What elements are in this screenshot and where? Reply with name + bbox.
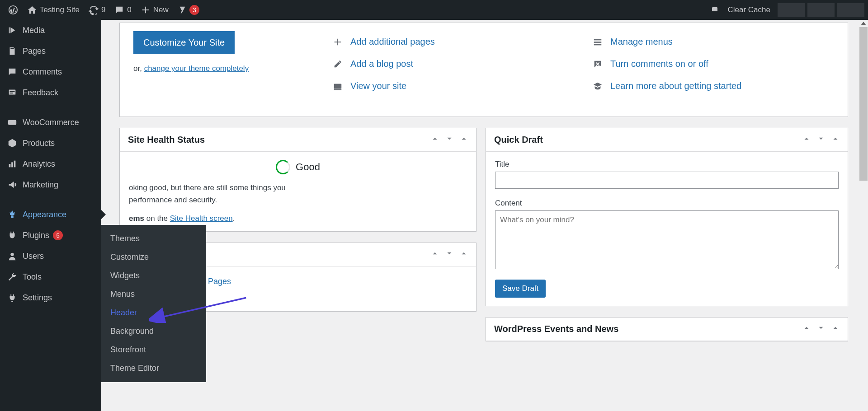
sidebar-item-media[interactable]: Media [0, 20, 101, 41]
welcome-link-menus[interactable]: Manage menus [592, 37, 834, 47]
sidebar-item-plugins[interactable]: Plugins5 [0, 225, 101, 246]
sidebar-item-appearance[interactable]: Appearance [0, 204, 101, 225]
site-health-header: Site Health Status [120, 128, 476, 152]
change-theme-link[interactable]: change your theme completely [144, 64, 249, 73]
sidebar-item-products[interactable]: Products [0, 133, 101, 154]
health-status: Good [129, 160, 467, 174]
products-icon [6, 138, 18, 148]
sidebar-item-pages[interactable]: Pages [0, 41, 101, 61]
yoast-link[interactable]: 3 [173, 0, 204, 20]
svg-rect-14 [594, 39, 602, 40]
toolbar-box-3[interactable] [837, 3, 864, 17]
welcome-panel: Customize Your Site or, change your them… [119, 23, 848, 117]
sidebar-label: Media [23, 26, 45, 35]
welcome-link-view-site[interactable]: View your site [332, 81, 574, 91]
menu-icon [592, 37, 603, 47]
new-content-link[interactable]: New [136, 0, 173, 20]
submenu-item-background[interactable]: Background [101, 322, 206, 341]
welcome-link-add-pages[interactable]: Add additional pages [332, 37, 574, 47]
submenu-item-header[interactable]: Header [101, 304, 206, 322]
sidebar-label: Feedback [23, 88, 58, 98]
toolbar-box-2[interactable] [807, 3, 835, 17]
health-ring-icon [276, 160, 290, 174]
comment-icon [114, 5, 124, 15]
updates-count: 9 [101, 5, 105, 14]
dashboard-main: Customize Your Site or, change your them… [101, 20, 859, 370]
box-move-down[interactable] [445, 249, 453, 260]
svg-rect-2 [9, 90, 16, 95]
sidebar-item-woocommerce[interactable]: WooCommerce [0, 112, 101, 133]
users-icon [6, 251, 18, 261]
welcome-link-comments-toggle[interactable]: Turn comments on or off [592, 59, 834, 69]
welcome-link-learn[interactable]: Learn more about getting started [592, 81, 834, 91]
sidebar-item-analytics[interactable]: Analytics [0, 154, 101, 174]
site-health-title: Site Health Status [128, 135, 205, 145]
sidebar-item-feedback[interactable]: Feedback [0, 82, 101, 103]
home-icon [27, 5, 37, 15]
wordpress-icon [8, 5, 18, 15]
sidebar-item-tools[interactable]: Tools [0, 266, 101, 287]
settings-icon [6, 293, 18, 303]
box-move-down[interactable] [445, 135, 453, 145]
comments-link[interactable]: 0 [110, 0, 136, 20]
site-name: Testing Site [40, 5, 80, 14]
sidebar-item-users[interactable]: Users [0, 246, 101, 266]
box-toggle[interactable] [831, 324, 840, 334]
sidebar-label: Settings [23, 293, 52, 303]
yoast-badge: 3 [189, 5, 199, 15]
visibility-icon [332, 81, 343, 91]
wp-logo[interactable] [4, 0, 23, 20]
box-toggle[interactable] [831, 135, 840, 145]
scroll-thumb[interactable] [859, 27, 868, 181]
submenu-item-customize[interactable]: Customize [101, 248, 206, 266]
submenu-item-storefront[interactable]: Storefront [101, 341, 206, 359]
appearance-submenu: Themes Customize Widgets Menus Header Ba… [101, 225, 206, 382]
health-cta: ems on the Site Health screen. [129, 214, 467, 223]
woo-icon [6, 117, 18, 127]
submenu-item-widgets[interactable]: Widgets [101, 266, 206, 285]
events-header: WordPress Events and News [486, 318, 848, 341]
customize-site-button[interactable]: Customize Your Site [133, 31, 235, 54]
quick-draft-header: Quick Draft [486, 128, 848, 152]
box-move-up[interactable] [431, 249, 439, 260]
notifications-link[interactable] [706, 0, 723, 20]
content-label: Content [495, 199, 839, 208]
svg-rect-4 [10, 93, 13, 93]
submenu-item-theme-editor[interactable]: Theme Editor [101, 359, 206, 378]
box-move-down[interactable] [817, 135, 825, 145]
box-move-down[interactable] [817, 324, 825, 334]
submenu-item-themes[interactable]: Themes [101, 229, 206, 248]
title-input[interactable] [495, 172, 839, 189]
scrollbar[interactable] [859, 20, 868, 411]
plus-icon [332, 37, 343, 47]
sidebar-label: WooCommerce [23, 118, 79, 127]
content-textarea[interactable] [495, 210, 839, 269]
clear-cache-link[interactable]: Clear Cache [723, 0, 775, 20]
save-draft-button[interactable]: Save Draft [495, 280, 546, 298]
sidebar-label: Analytics [23, 159, 55, 169]
glance-pages[interactable]: 10 Pages [183, 276, 467, 287]
submenu-item-menus[interactable]: Menus [101, 285, 206, 304]
box-move-up[interactable] [431, 135, 439, 145]
svg-rect-1 [712, 7, 717, 11]
box-move-up[interactable] [802, 135, 811, 145]
feedback-icon [6, 88, 18, 98]
svg-rect-8 [14, 161, 16, 168]
sidebar-item-settings[interactable]: Settings [0, 287, 101, 308]
media-icon [6, 25, 18, 35]
toolbar-box-1[interactable] [778, 3, 805, 17]
box-move-up[interactable] [802, 324, 811, 334]
sidebar-item-marketing[interactable]: Marketing [0, 174, 101, 195]
welcome-link-add-blog[interactable]: Add a blog post [332, 59, 574, 69]
sidebar-item-comments[interactable]: Comments [0, 61, 101, 82]
svg-rect-16 [594, 44, 602, 45]
box-toggle[interactable] [460, 249, 468, 260]
updates-link[interactable]: 9 [84, 0, 110, 20]
box-toggle[interactable] [460, 135, 468, 145]
quick-draft-box: Quick Draft Title Content Save Draft [486, 128, 848, 306]
tools-icon [6, 272, 18, 282]
learn-icon [592, 81, 603, 91]
site-name-link[interactable]: Testing Site [23, 0, 84, 20]
clear-cache-label: Clear Cache [728, 5, 771, 14]
site-health-screen-link[interactable]: Site Health screen [170, 214, 233, 223]
